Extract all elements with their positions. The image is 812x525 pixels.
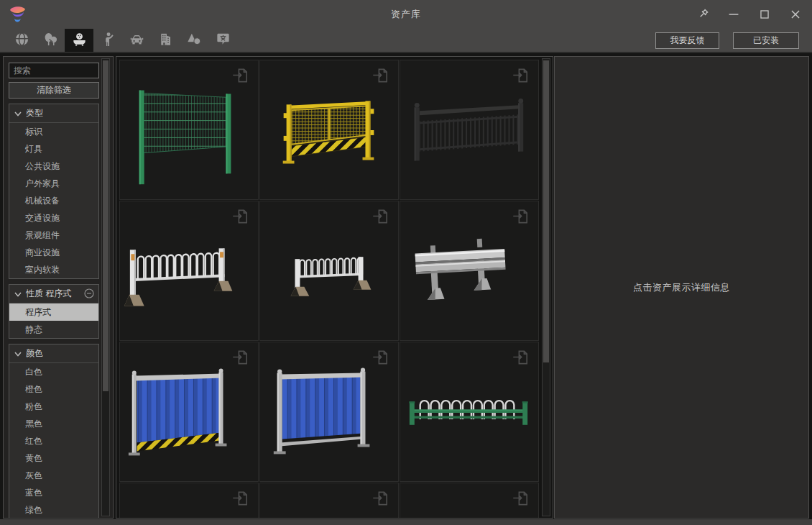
export-icon[interactable] [231,489,249,508]
asset-card-green-wire-mesh-fence[interactable] [119,60,259,200]
chevron-down-icon [14,109,22,118]
content-area: 清除筛选 类型 标识 灯具 公共设施 户外家具 机械设备 交通设施 景观组件 商… [0,53,812,519]
pin-icon[interactable] [692,4,714,24]
filter-item[interactable]: 标识 [9,123,98,140]
export-icon[interactable] [231,348,249,367]
filter-item[interactable]: 黑色 [9,415,98,432]
toolbar: 我要反馈 已安装 [0,29,812,53]
vehicle-icon [129,31,145,50]
asset-card-partial[interactable] [119,483,259,519]
chevron-down-icon [14,350,22,358]
tab-language[interactable] [208,29,237,52]
filter-item[interactable]: 红色 [9,432,98,449]
export-icon[interactable] [371,489,389,508]
filter-sidebar: 清除筛选 类型 标识 灯具 公共设施 户外家具 机械设备 交通设施 景观组件 商… [3,56,114,519]
detail-placeholder-text: 点击资产展示详细信息 [633,281,730,294]
export-icon[interactable] [231,66,249,85]
export-icon[interactable] [511,66,530,85]
vegetation-icon [42,31,59,50]
asset-card-blue-hoarding-hazard-stripe[interactable] [119,342,259,482]
maximize-icon[interactable] [754,4,775,24]
filter-item[interactable]: 白色 [9,363,98,380]
filter-item[interactable]: 灰色 [9,467,98,484]
filter-item[interactable]: 公共设施 [9,158,98,175]
asset-card-green-lawn-fence[interactable] [400,342,539,482]
filter-group-title: 颜色 [26,347,43,360]
grid-scrollbar-thumb[interactable] [543,60,549,362]
export-icon[interactable] [511,489,530,508]
asset-card-blue-hoarding-plain[interactable] [259,342,399,482]
filter-group-type: 类型 标识 灯具 公共设施 户外家具 机械设备 交通设施 景观组件 商业设施 室… [9,104,99,279]
filter-item[interactable]: 粉色 [9,398,98,415]
titlebar: 资产库 [0,0,812,29]
export-icon[interactable] [511,207,530,226]
toolbar-actions: 我要反馈 已安装 [655,29,812,52]
asset-card-black-metal-railing[interactable] [400,60,539,200]
filter-item[interactable]: 蓝色 [9,484,98,501]
filter-item-selected[interactable]: 程序式 [9,303,98,321]
filter-group-title: 性质 程序式 [26,288,71,300]
filter-item[interactable]: 灯具 [9,140,98,158]
filter-group-header[interactable]: 颜色 [9,344,98,363]
filter-item[interactable]: 商业设施 [9,244,98,261]
export-icon[interactable] [371,66,389,85]
globe-icon [14,31,30,50]
search-input[interactable] [9,63,99,78]
remove-filter-icon[interactable] [83,288,95,299]
filter-item[interactable]: 交通设施 [9,209,98,227]
filter-group-title: 类型 [26,107,43,119]
asset-card-white-u-loop-traffic-barrier-large[interactable] [119,201,259,341]
minimize-icon[interactable] [723,4,744,24]
export-icon[interactable] [511,348,530,367]
filter-item[interactable]: 黄色 [9,449,98,467]
chevron-down-icon [14,290,22,298]
window-title: 资产库 [0,0,812,29]
close-icon[interactable] [785,4,806,24]
tab-building[interactable] [151,29,180,52]
filter-item[interactable]: 静态 [9,321,98,338]
asset-card-partial[interactable] [400,483,539,519]
sidebar-scrollbar-thumb[interactable] [103,60,109,391]
filter-group-nature: 性质 程序式 程序式 静态 [9,284,99,339]
filter-group-color: 颜色 白色 橙色 粉色 黑色 红色 黄色 灰色 蓝色 绿色 紫色 [9,344,99,519]
filter-item[interactable]: 户外家具 [9,175,98,192]
filter-group-header[interactable]: 类型 [9,104,98,123]
filter-item[interactable]: 橙色 [9,380,98,398]
export-icon[interactable] [231,207,249,226]
export-icon[interactable] [371,207,389,226]
props-icon [71,31,88,50]
language-icon [215,31,231,50]
tab-vehicle[interactable] [122,29,151,52]
asset-card-metal-w-beam-guardrail[interactable] [400,201,539,341]
installed-button[interactable]: 已安装 [733,32,799,49]
tab-props[interactable] [65,29,93,52]
character-icon [100,31,116,50]
asset-card-partial[interactable] [259,483,399,519]
tab-globe[interactable] [7,29,36,52]
filter-item[interactable]: 景观组件 [9,227,98,244]
clear-filter-button[interactable]: 清除筛选 [9,82,99,99]
tab-vegetation[interactable] [36,29,65,52]
filter-group-header[interactable]: 性质 程序式 [9,285,98,303]
filter-item[interactable]: 机械设备 [9,192,98,209]
building-icon [157,31,174,50]
category-tabs [7,29,237,52]
window-controls [692,0,806,29]
primitives-icon [186,31,203,50]
feedback-button[interactable]: 我要反馈 [655,32,719,49]
export-icon[interactable] [371,348,389,367]
sidebar-scrollbar[interactable] [101,58,110,516]
filter-item[interactable]: 室内软装 [9,261,98,278]
tab-character[interactable] [93,29,122,52]
detail-panel: 点击资产展示详细信息 [554,56,809,519]
asset-card-yellow-construction-barrier[interactable] [259,60,399,200]
filter-item[interactable]: 绿色 [9,501,98,519]
grid-scrollbar[interactable] [542,58,550,516]
asset-card-white-u-loop-traffic-barrier-small[interactable] [259,201,399,341]
asset-grid [119,60,539,519]
tab-primitives[interactable] [180,29,208,52]
asset-grid-panel [116,56,553,519]
